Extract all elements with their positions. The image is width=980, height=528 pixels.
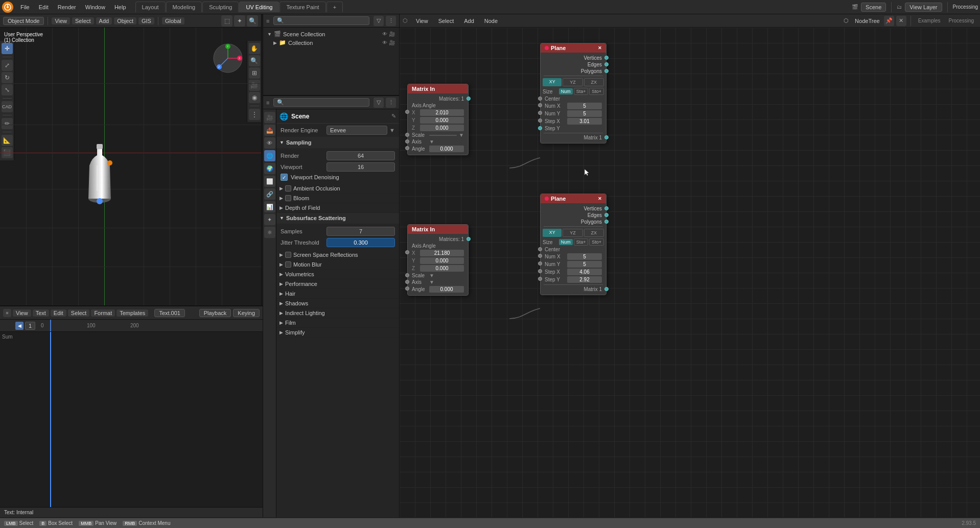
- numy-value[interactable]: 5: [567, 110, 602, 117]
- tab-sculpting[interactable]: Sculpting: [202, 2, 239, 12]
- sta-btn-bot[interactable]: Sta+: [574, 238, 589, 246]
- stepy-value-bot[interactable]: 2.92: [567, 276, 602, 283]
- frame-back-btn[interactable]: ◀: [15, 322, 24, 330]
- numx-value-bot[interactable]: 5: [567, 253, 602, 260]
- sampling-section-header[interactable]: ▼ Sampling: [276, 137, 399, 148]
- tab-modeling[interactable]: Modeling: [166, 2, 202, 12]
- eye-icon2[interactable]: 👁: [382, 40, 387, 45]
- ne-add-btn[interactable]: Add: [460, 17, 478, 25]
- x-value-top[interactable]: 2.010: [420, 109, 464, 116]
- scene-selector[interactable]: Scene: [861, 3, 886, 12]
- viewport-canvas[interactable]: ✛ ⤢ ↻ ⤡ CAD ✏ 📐 ⬛ ✋ 🔍 ⊞: [0, 28, 261, 305]
- il-header[interactable]: ▶ Indirect Lighting: [276, 308, 399, 318]
- object-mode-btn[interactable]: Object Mode: [3, 17, 44, 25]
- props-object-tab[interactable]: ⬜: [264, 176, 275, 187]
- outliner-dots-btn[interactable]: ⋮: [386, 16, 396, 26]
- playback-btn[interactable]: Playback: [199, 309, 231, 317]
- tab-uv-editing[interactable]: UV Editing: [239, 2, 279, 12]
- bloom-toggle[interactable]: [285, 195, 291, 201]
- plane-bottom-close[interactable]: ✕: [598, 196, 602, 201]
- examples-btn[interactable]: Examples: [918, 18, 941, 23]
- edit-btn-te[interactable]: Edit: [51, 309, 66, 317]
- outliner-filter-btn[interactable]: ▽: [374, 16, 384, 26]
- view-btn-te[interactable]: View: [13, 309, 31, 317]
- cam-icon2[interactable]: 🎥: [389, 40, 395, 45]
- props-output-tab[interactable]: 📤: [264, 125, 275, 136]
- eye-icon[interactable]: 👁: [382, 31, 387, 37]
- xy-btn[interactable]: XY: [543, 78, 562, 86]
- nav-widget[interactable]: X Y Z: [213, 43, 243, 75]
- text-btn-te[interactable]: Text: [33, 309, 49, 317]
- sto-btn-bot[interactable]: Sto+: [589, 238, 604, 246]
- num-btn-bot[interactable]: Num: [559, 239, 573, 245]
- keying-btn[interactable]: Keying: [233, 309, 260, 317]
- sss-section-header[interactable]: ▼ Subsurface Scattering: [276, 213, 399, 224]
- props-search-input[interactable]: 🔍: [273, 98, 369, 107]
- ssr-header[interactable]: ▶ Screen Space Reflections: [276, 250, 399, 260]
- global-btn[interactable]: Global: [162, 17, 184, 25]
- angle-value-top[interactable]: 0.000: [429, 146, 464, 152]
- viewport-value[interactable]: 16: [326, 162, 395, 172]
- menu-help[interactable]: Help: [110, 3, 130, 11]
- format-btn-te[interactable]: Format: [91, 309, 115, 317]
- angle-value-bot[interactable]: 0.000: [429, 286, 464, 293]
- text-file-btn[interactable]: Text.001: [154, 309, 185, 317]
- axis-arrow-bot[interactable]: ▼: [429, 279, 434, 285]
- axis-arrow-top[interactable]: ▼: [429, 139, 434, 145]
- templates-btn-te[interactable]: Templates: [116, 309, 148, 317]
- tab-layout[interactable]: Layout: [135, 2, 166, 12]
- zx-btn-bot[interactable]: ZX: [584, 229, 604, 237]
- props-render-tab[interactable]: 🎥: [264, 112, 275, 123]
- ne-node-btn[interactable]: Node: [480, 17, 502, 25]
- props-particle-tab[interactable]: ✦: [264, 214, 275, 225]
- menu-file[interactable]: File: [16, 3, 34, 11]
- props-physics-tab[interactable]: ⚛: [264, 227, 275, 238]
- ne-select-btn[interactable]: Select: [434, 17, 458, 25]
- menu-window[interactable]: Window: [81, 3, 109, 11]
- samples-value[interactable]: 7: [326, 227, 395, 236]
- x-value-bot[interactable]: 21.180: [420, 250, 464, 256]
- gis-btn[interactable]: GIS: [138, 17, 154, 25]
- tab-texture-paint[interactable]: Texture Paint: [279, 2, 325, 12]
- ssr-toggle[interactable]: [285, 252, 291, 258]
- ne-close-btn[interactable]: ✕: [896, 16, 906, 26]
- ao-toggle[interactable]: [285, 185, 291, 191]
- view-layer-selector[interactable]: View Layer: [905, 3, 942, 12]
- jitter-value[interactable]: 0.300: [326, 238, 395, 247]
- scale-value-top[interactable]: [429, 135, 457, 136]
- props-view-tab[interactable]: 👁: [264, 137, 275, 149]
- z-value-bot[interactable]: 0.000: [420, 265, 464, 272]
- z-value-top[interactable]: 0.000: [420, 125, 464, 131]
- y-value-top[interactable]: 0.000: [420, 117, 464, 124]
- numx-value[interactable]: 5: [567, 103, 602, 109]
- vol-header[interactable]: ▶ Volumetrics: [276, 270, 399, 279]
- stepx-value-bot[interactable]: 4.06: [567, 269, 602, 275]
- props-constraint-tab[interactable]: 🔗: [264, 188, 275, 200]
- hair-header[interactable]: ▶ Hair: [276, 289, 399, 299]
- props-data-tab[interactable]: 📊: [264, 201, 275, 212]
- add-btn[interactable]: Add: [96, 17, 112, 25]
- num-btn[interactable]: Num: [559, 88, 573, 94]
- sto-btn[interactable]: Sto+: [589, 88, 604, 95]
- cam-icon[interactable]: 🎥: [389, 31, 395, 37]
- blender-logo-icon[interactable]: [2, 2, 13, 13]
- viewport-denoising-checkbox[interactable]: ✓: [281, 174, 288, 181]
- props-filter-btn[interactable]: ▽: [374, 98, 384, 108]
- simplify-header[interactable]: ▶ Simplify: [276, 328, 399, 338]
- ne-view-btn[interactable]: View: [412, 17, 432, 25]
- viewport-icon2[interactable]: ✦: [234, 15, 245, 27]
- select-btn-te[interactable]: Select: [68, 309, 90, 317]
- tab-add[interactable]: +: [326, 2, 343, 12]
- view-btn[interactable]: View: [52, 17, 70, 25]
- mb-header[interactable]: ▶ Motion Blur: [276, 260, 399, 270]
- ne-pin-btn[interactable]: 📌: [884, 16, 894, 26]
- render-engine-arrow[interactable]: ▼: [389, 127, 395, 133]
- sta-btn[interactable]: Sta+: [574, 88, 589, 95]
- props-world-tab[interactable]: 🌍: [264, 163, 275, 174]
- props-scene-tab[interactable]: 🌐: [264, 150, 275, 161]
- zx-btn[interactable]: ZX: [584, 78, 604, 86]
- film-header[interactable]: ▶ Film: [276, 318, 399, 328]
- render-value[interactable]: 64: [326, 151, 395, 160]
- menu-edit[interactable]: Edit: [35, 3, 53, 11]
- mb-toggle[interactable]: [285, 261, 291, 268]
